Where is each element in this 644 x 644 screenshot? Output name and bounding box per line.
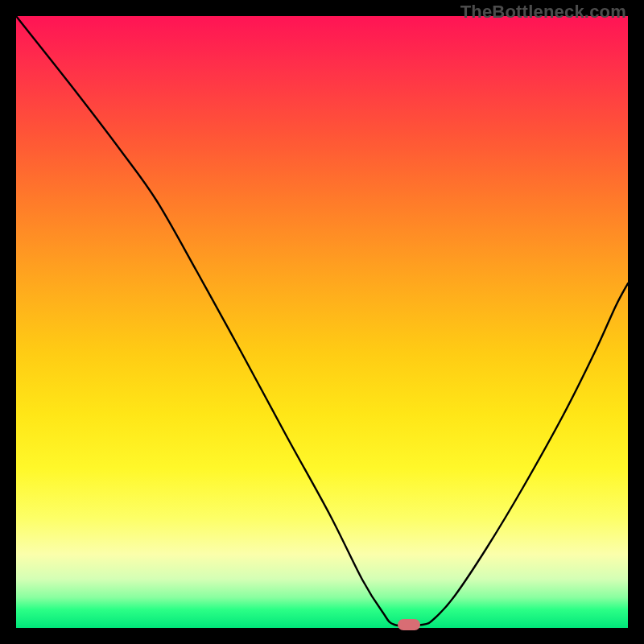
bottleneck-curve	[16, 16, 628, 626]
outer-frame: TheBottleneck.com	[0, 0, 644, 644]
optimal-point-marker	[398, 619, 420, 630]
watermark-text: TheBottleneck.com	[460, 3, 626, 21]
chart-line-layer	[16, 16, 628, 628]
